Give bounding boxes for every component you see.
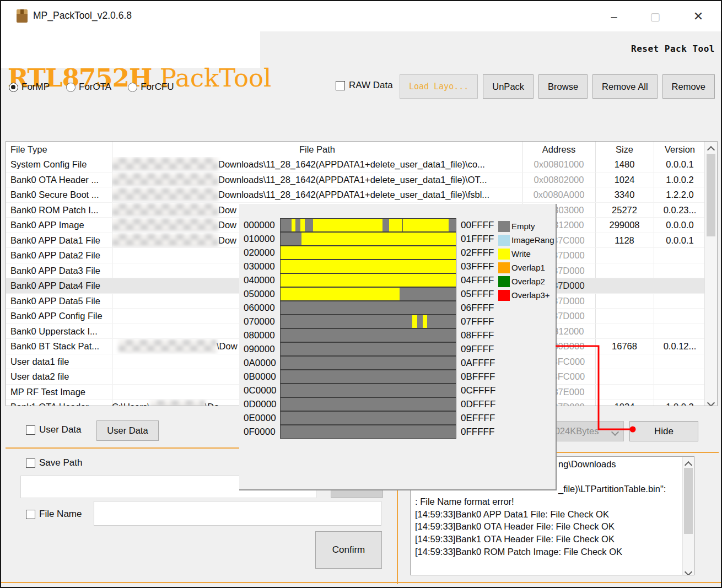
memory-map-row: 0E00000EFFFF — [244, 411, 495, 425]
legend-label: Empty — [511, 222, 535, 231]
table-row[interactable]: Bank0 OTA Header ...Downloads\11_28_1642… — [6, 172, 706, 188]
redacted-path-blur — [112, 203, 218, 217]
close-icon[interactable]: ✕ — [689, 9, 708, 24]
table-row[interactable]: System Config FileDownloads\11_28_1642(A… — [6, 157, 706, 172]
hide-button[interactable]: Hide — [629, 421, 698, 441]
memory-map-row: 0D00000DFFFF — [244, 397, 495, 411]
raw-data-checkbox[interactable] — [336, 81, 345, 90]
path-text: C:\Users\ — [112, 400, 150, 406]
file-type-cell: System Config File — [10, 157, 111, 172]
memory-map-row: 01000001FFFF — [244, 232, 495, 246]
map-end-address: 0DFFFF — [461, 399, 495, 410]
maximize-icon: ▢ — [646, 9, 665, 24]
chevron-down-icon — [611, 428, 619, 436]
save-path-row: Save Path — [26, 457, 82, 468]
address-cell: 0x0080A000 — [522, 187, 595, 202]
save-path-checkbox[interactable] — [26, 458, 35, 468]
scroll-down-icon[interactable] — [705, 395, 717, 406]
size-cell: 1024 — [595, 172, 654, 187]
col-file-type[interactable]: File Type — [10, 142, 47, 157]
legend-swatch-overlap1 — [498, 262, 510, 273]
map-end-address: 06FFFF — [461, 303, 494, 314]
file-path-cell: Downloads\11_28_1642(APPDATA1+delete_use… — [112, 187, 522, 202]
scroll-down-icon[interactable] — [683, 564, 694, 575]
browse-button[interactable]: Browse — [538, 74, 588, 99]
version-cell — [654, 263, 706, 278]
mode-label: ForCFU — [141, 82, 174, 93]
map-segment-e — [281, 219, 292, 231]
col-file-path[interactable]: File Path — [112, 142, 522, 157]
memory-map-row: 0A00000AFFFF — [244, 356, 495, 370]
scrollbar-thumb[interactable] — [707, 154, 715, 236]
mode-label: ForMP — [21, 82, 50, 93]
file-type-cell: Bank0 OTA Header ... — [10, 172, 111, 187]
map-start-address: 0F0000 — [244, 427, 280, 438]
col-address[interactable]: Address — [522, 142, 595, 157]
path-text: \Do — [205, 400, 219, 406]
mode-radio-forcfu[interactable]: ForCFU — [128, 82, 174, 93]
version-cell — [654, 369, 706, 384]
size-cell — [595, 369, 654, 384]
file-path-cell: Downloads\11_28_1642(APPDATA1+delete_use… — [112, 157, 522, 172]
title-bar: MP_PackTool_v2.0.6.8 – ▢ ✕ — [1, 1, 721, 31]
remove-button[interactable]: Remove — [662, 74, 715, 99]
scroll-up-icon[interactable] — [683, 457, 694, 468]
memory-map-row: 09000009FFFF — [244, 342, 495, 356]
log-line: : File Name format error! — [415, 495, 674, 508]
version-cell — [654, 248, 706, 263]
app-window: MP_PackTool_v2.0.6.8 – ▢ ✕ RTL8752H Pack… — [0, 0, 722, 588]
legend-swatch-overlap2 — [498, 276, 510, 287]
legend-item: Overlap1 — [498, 261, 554, 274]
map-segment-e — [382, 219, 389, 231]
legend-swatch-empty — [498, 221, 510, 232]
size-cell: 1480 — [595, 157, 654, 172]
file-name-input[interactable] — [94, 501, 381, 526]
file-type-cell: Bank0 APP Data1 File — [10, 233, 111, 248]
confirm-button[interactable]: Confirm — [315, 531, 382, 569]
user-data-checkbox[interactable] — [26, 425, 35, 435]
file-name-checkbox[interactable] — [26, 510, 35, 519]
version-cell: 1.2.2.0 — [654, 187, 706, 202]
map-start-address: 000000 — [244, 220, 280, 231]
redacted-path-blur — [150, 400, 205, 406]
legend-item: Empty — [498, 219, 554, 233]
size-cell — [595, 324, 654, 339]
map-start-address: 0A0000 — [244, 358, 280, 369]
table-scrollbar[interactable] — [704, 142, 717, 406]
map-segment-w — [300, 219, 305, 231]
map-start-address: 0C0000 — [244, 385, 280, 396]
minimize-icon[interactable]: – — [605, 9, 623, 24]
user-data-row: User Data — [26, 424, 82, 435]
map-segment-w — [412, 315, 418, 328]
map-segment-e — [281, 398, 456, 411]
mode-radio-formp[interactable]: ForMP — [9, 82, 50, 93]
map-segment-e — [417, 315, 423, 328]
file-type-cell: Bank0 APP Data4 File — [10, 278, 111, 293]
map-bar — [280, 328, 456, 342]
remove-all-button[interactable]: Remove All — [592, 74, 657, 99]
col-version[interactable]: Version — [654, 142, 706, 157]
map-segment-e — [281, 425, 456, 438]
redacted-path-blur — [112, 173, 218, 186]
version-cell — [654, 324, 706, 339]
user-data-button[interactable]: User Data — [96, 420, 159, 441]
map-segment-e — [281, 329, 456, 342]
scroll-up-icon[interactable] — [705, 142, 717, 153]
memory-map-row: 02000002FFFF — [244, 246, 495, 260]
map-segment-e — [281, 233, 301, 245]
log-scrollbar[interactable] — [682, 457, 694, 575]
map-start-address: 050000 — [244, 289, 280, 300]
reset-pack-tool-link[interactable]: Reset Pack Tool — [631, 44, 715, 54]
memory-map-row: 04000004FFFF — [244, 273, 495, 287]
table-row[interactable]: Bank0 Secure Boot ...Downloads\11_28_164… — [6, 187, 706, 203]
map-bar — [280, 273, 456, 287]
unpack-button[interactable]: UnPack — [483, 74, 534, 99]
legend-label: Write — [511, 249, 531, 258]
map-segment-e — [281, 343, 456, 355]
mode-radio-forota[interactable]: ForOTA — [66, 82, 111, 93]
col-size[interactable]: Size — [595, 142, 654, 157]
file-type-cell: Bank0 APP Data2 File — [10, 248, 111, 263]
load-layo-button: Load Layo... — [400, 74, 478, 99]
scrollbar-thumb[interactable] — [684, 468, 693, 534]
map-bar — [280, 301, 456, 315]
